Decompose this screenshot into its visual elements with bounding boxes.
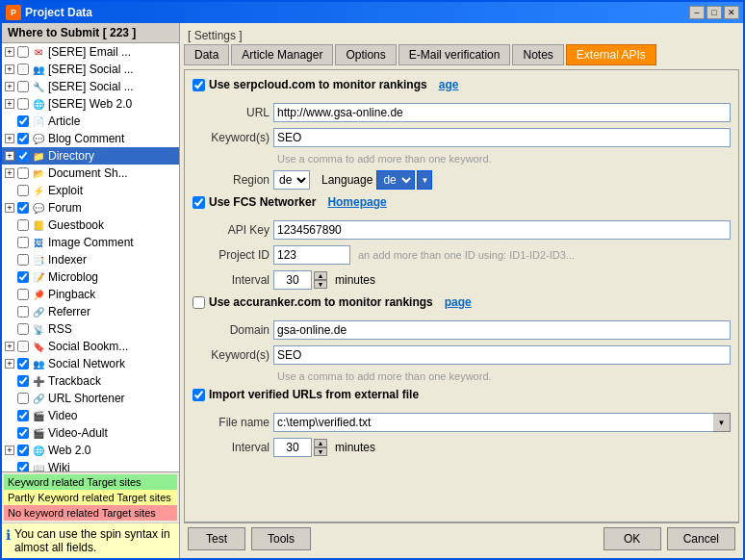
tree-item[interactable]: +📂Document Sh...: [2, 165, 179, 182]
tree-item[interactable]: 🏓Pingback: [2, 286, 179, 303]
tree-item-checkbox[interactable]: [17, 323, 29, 335]
accuranker-checkbox[interactable]: [193, 296, 205, 309]
fcs-interval-input[interactable]: [273, 270, 312, 290]
tree-item-checkbox[interactable]: [17, 115, 29, 127]
serpcloud-checkbox[interactable]: [193, 79, 205, 91]
tree-item-checkbox[interactable]: [17, 98, 29, 110]
tree-expand-btn[interactable]: +: [5, 64, 14, 74]
serpcloud-link[interactable]: age: [439, 78, 459, 91]
tree-expand-btn[interactable]: +: [5, 203, 14, 213]
tree-item-checkbox[interactable]: [17, 46, 29, 58]
tree-item-checkbox[interactable]: [17, 358, 29, 369]
accuranker-link[interactable]: page: [445, 295, 472, 309]
import-interval-down[interactable]: ▼: [314, 447, 327, 456]
close-button[interactable]: ✕: [724, 6, 739, 19]
tree-item[interactable]: 📑Indexer: [2, 251, 179, 268]
tree-item[interactable]: +📁Directory: [2, 147, 179, 165]
tree-item-checkbox[interactable]: [17, 445, 29, 456]
tree-expand-btn[interactable]: +: [5, 47, 14, 57]
region-select[interactable]: de us uk: [273, 170, 310, 190]
tree-item[interactable]: 📡RSS: [2, 320, 179, 338]
tree-item-checkbox[interactable]: [17, 185, 29, 196]
tree-item-checkbox[interactable]: [17, 254, 29, 266]
tab-options[interactable]: Options: [335, 44, 396, 65]
tree-expand-btn[interactable]: +: [5, 99, 14, 109]
tree-expand-btn[interactable]: [5, 238, 14, 247]
apikey-input[interactable]: [273, 220, 731, 240]
filename-dropdown-button[interactable]: ▼: [713, 413, 731, 432]
filename-input[interactable]: [273, 413, 713, 432]
tree-item[interactable]: 📖Wiki: [2, 459, 179, 471]
tree-item-checkbox[interactable]: [17, 341, 29, 352]
tree-expand-btn[interactable]: [5, 220, 14, 230]
tree-expand-btn[interactable]: [5, 376, 14, 386]
tree-expand-btn[interactable]: [5, 272, 14, 282]
tree-item-checkbox[interactable]: [17, 462, 29, 471]
tab-external-apis[interactable]: External APIs: [566, 44, 656, 65]
tree-item[interactable]: +🔧[SERE] Social ...: [2, 78, 179, 95]
fcs-checkbox[interactable]: [193, 196, 205, 209]
tree-list[interactable]: +✉[SERE] Email ...+👥[SERE] Social ...+🔧[…: [2, 43, 179, 471]
fcs-interval-down[interactable]: ▼: [314, 280, 327, 289]
tree-item[interactable]: +✉[SERE] Email ...: [2, 43, 179, 61]
tab-data[interactable]: Data: [184, 44, 229, 65]
tree-item-checkbox[interactable]: [17, 393, 29, 404]
tree-item[interactable]: 🔗URL Shortener: [2, 390, 179, 407]
tree-item-checkbox[interactable]: [17, 289, 29, 300]
tree-expand-btn[interactable]: +: [5, 359, 14, 369]
tree-item-checkbox[interactable]: [17, 306, 29, 318]
tree-item-checkbox[interactable]: [17, 167, 29, 179]
tree-expand-btn[interactable]: [5, 116, 14, 126]
tree-item[interactable]: +🌐[SERE] Web 2.0: [2, 95, 179, 113]
tree-item[interactable]: ⚡Exploit: [2, 182, 179, 199]
tree-expand-btn[interactable]: [5, 324, 14, 334]
tree-item[interactable]: +👥[SERE] Social ...: [2, 61, 179, 78]
cancel-button[interactable]: Cancel: [667, 527, 735, 550]
tree-item[interactable]: 📒Guestbook: [2, 216, 179, 234]
tree-expand-btn[interactable]: +: [5, 342, 14, 351]
tree-expand-btn[interactable]: +: [5, 134, 14, 143]
tree-expand-btn[interactable]: +: [5, 445, 14, 455]
acc-keywords-input[interactable]: [273, 345, 731, 365]
domain-input[interactable]: [273, 320, 731, 340]
tab-article-manager[interactable]: Article Manager: [231, 44, 333, 65]
projectid-input[interactable]: [273, 245, 350, 265]
tree-item[interactable]: +👥Social Network: [2, 355, 179, 372]
tree-expand-btn[interactable]: [5, 411, 14, 420]
fcs-homepage-link[interactable]: Homepage: [327, 195, 386, 209]
tree-item[interactable]: 🎬Video: [2, 407, 179, 424]
tree-item-checkbox[interactable]: [17, 410, 29, 421]
tree-expand-btn[interactable]: +: [5, 82, 14, 91]
fcs-interval-up[interactable]: ▲: [314, 271, 327, 280]
tree-item-checkbox[interactable]: [17, 202, 29, 214]
maximize-button[interactable]: □: [706, 6, 722, 19]
tree-item-checkbox[interactable]: [17, 81, 29, 92]
tree-item[interactable]: 🖼Image Comment: [2, 234, 179, 251]
tree-expand-btn[interactable]: [5, 463, 14, 471]
tab-email-verification[interactable]: E-Mail verification: [398, 44, 511, 65]
tree-item[interactable]: +🌐Web 2.0: [2, 442, 179, 459]
import-interval-input[interactable]: [273, 438, 312, 457]
tree-item[interactable]: 📄Article: [2, 113, 179, 130]
tree-expand-btn[interactable]: [5, 290, 14, 299]
language-select[interactable]: de en: [376, 170, 415, 190]
tree-item-checkbox[interactable]: [17, 237, 29, 248]
ok-button[interactable]: OK: [604, 527, 661, 550]
tree-item-checkbox[interactable]: [17, 64, 29, 75]
tree-expand-btn[interactable]: [5, 255, 14, 265]
tree-item[interactable]: +🔖Social Bookm...: [2, 338, 179, 355]
import-checkbox[interactable]: [193, 389, 205, 401]
import-interval-up[interactable]: ▲: [314, 439, 327, 447]
tree-item[interactable]: 📝Microblog: [2, 268, 179, 286]
tree-expand-btn[interactable]: [5, 307, 14, 317]
tools-button[interactable]: Tools: [251, 527, 311, 550]
keywords-input[interactable]: [273, 128, 731, 147]
tree-expand-btn[interactable]: [5, 428, 14, 438]
tree-item-checkbox[interactable]: [17, 150, 29, 162]
tree-item[interactable]: +💬Blog Comment: [2, 130, 179, 147]
tree-item[interactable]: +💬Forum: [2, 199, 179, 216]
tree-expand-btn[interactable]: +: [5, 168, 14, 178]
minimize-button[interactable]: –: [689, 6, 705, 19]
tab-notes[interactable]: Notes: [512, 44, 563, 65]
tree-expand-btn[interactable]: [5, 186, 14, 195]
